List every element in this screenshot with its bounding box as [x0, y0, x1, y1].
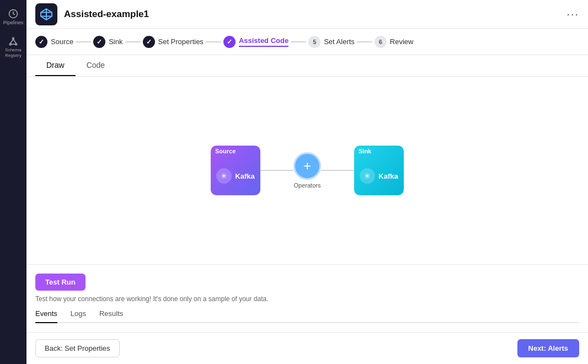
step-assisted-code-circle: ✓ [223, 36, 236, 48]
back-button[interactable]: Back: Set Properties [35, 339, 120, 357]
step-source-circle: ✓ [35, 36, 47, 48]
pipeline-canvas: Source ✳ Kafka + Operators Sink ✳ K [26, 77, 588, 264]
tab-logs[interactable]: Logs [71, 309, 86, 323]
footer: Back: Set Properties Next: Alerts [26, 332, 588, 364]
tab-events[interactable]: Events [35, 309, 57, 323]
step-review-circle: 6 [375, 36, 387, 48]
step-source[interactable]: ✓ Source [35, 36, 73, 48]
step-sink-label: Sink [109, 38, 122, 46]
step-sep-1 [76, 41, 91, 42]
step-sep-3 [206, 41, 221, 42]
connector-source-operator [260, 170, 293, 171]
test-run-button[interactable]: Test Run [35, 274, 85, 291]
source-kafka-icon: ✳ [216, 168, 232, 184]
test-run-description: Test how your connections are working! I… [35, 295, 579, 303]
connector-operator-sink [321, 170, 354, 171]
tab-draw[interactable]: Draw [35, 55, 76, 76]
source-node-header: Source [211, 146, 260, 157]
sink-node-label: Kafka [378, 172, 398, 180]
step-sep-4 [291, 41, 306, 42]
source-node-label: Kafka [235, 172, 254, 180]
next-button[interactable]: Next: Alerts [517, 339, 579, 357]
step-assisted-code[interactable]: ✓ Assisted Code [223, 36, 288, 48]
operator-label: Operators [294, 182, 321, 189]
add-operator-button[interactable]: + [293, 152, 321, 180]
operator-wrapper: + Operators [293, 152, 321, 189]
bottom-section: Test Run Test how your connections are w… [26, 264, 588, 332]
step-set-alerts-label: Set Alerts [324, 38, 355, 46]
source-node-body: ✳ Kafka [211, 157, 260, 195]
sink-node-header: Sink [354, 146, 404, 157]
step-sink[interactable]: ✓ Sink [93, 36, 122, 48]
step-review[interactable]: 6 Review [375, 36, 414, 48]
svg-point-1 [13, 38, 14, 39]
more-options-button[interactable]: ··· [566, 8, 579, 20]
step-set-properties[interactable]: ✓ Set Properties [143, 36, 204, 48]
main-content: Assisted-example1 ··· ✓ Source ✓ Sink ✓ … [26, 0, 588, 364]
app-icon [35, 3, 57, 25]
source-node[interactable]: Source ✳ Kafka [211, 146, 260, 195]
sink-node[interactable]: Sink ✳ Kafka [354, 146, 404, 195]
stepper: ✓ Source ✓ Sink ✓ Set Properties ✓ Assis… [26, 29, 588, 55]
step-sep-2 [125, 41, 141, 42]
step-set-properties-circle: ✓ [143, 36, 155, 48]
step-set-properties-label: Set Properties [158, 38, 204, 46]
sink-node-body: ✳ Kafka [354, 157, 404, 195]
step-sink-circle: ✓ [93, 36, 105, 48]
pipeline-nodes: Source ✳ Kafka + Operators Sink ✳ K [211, 146, 404, 195]
svg-line-5 [13, 39, 16, 44]
step-set-alerts-circle: 5 [308, 36, 320, 48]
sidebar-item-pipelines[interactable]: Pipelines [0, 4, 26, 30]
sidebar-schema-label: Schema Registry [2, 47, 24, 58]
step-review-label: Review [390, 38, 414, 46]
page-title: Assisted-example1 [64, 9, 560, 20]
sink-kafka-icon: ✳ [360, 168, 375, 184]
sidebar-item-schema-registry[interactable]: Schema Registry [0, 32, 26, 62]
bottom-tabs: Events Logs Results [35, 309, 579, 323]
tab-results[interactable]: Results [99, 309, 123, 323]
step-set-alerts[interactable]: 5 Set Alerts [308, 36, 355, 48]
step-assisted-code-label: Assisted Code [239, 36, 288, 47]
view-tabs: Draw Code [26, 55, 588, 77]
step-sep-5 [357, 41, 372, 42]
svg-line-4 [10, 39, 13, 44]
sidebar-pipelines-label: Pipelines [3, 20, 24, 25]
sidebar: Pipelines Schema Registry [0, 0, 26, 364]
topbar: Assisted-example1 ··· [26, 0, 588, 29]
tab-code[interactable]: Code [76, 55, 116, 76]
step-source-label: Source [51, 38, 73, 46]
